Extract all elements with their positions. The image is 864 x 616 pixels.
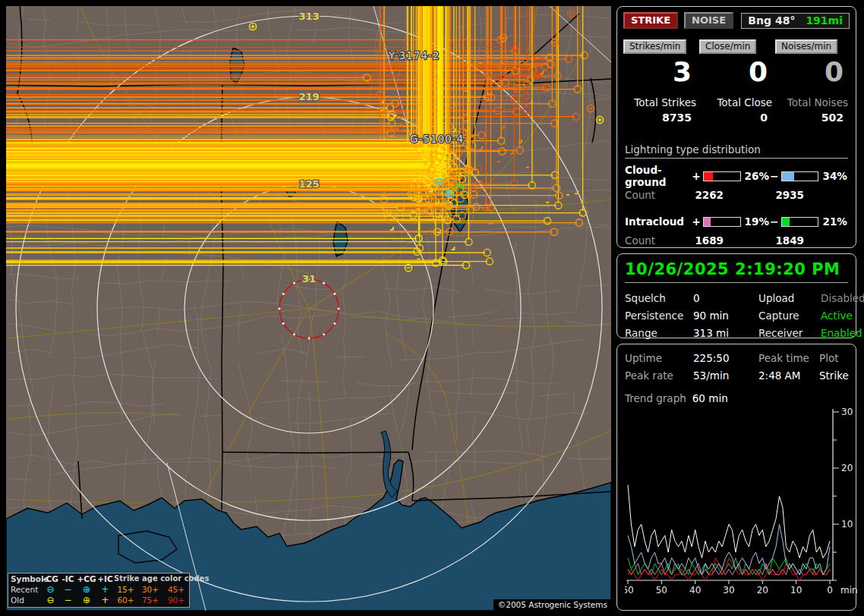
strikes-per-min-chip: Strikes/min (623, 39, 686, 54)
age-code-30: 30+ (137, 584, 163, 595)
total-close-value: 0 (699, 112, 775, 124)
ic-minus-sign: − (770, 215, 779, 228)
ic-minus-count: 1849 (724, 234, 804, 247)
squelch-value: 0 (693, 292, 758, 304)
capture-status: Active (821, 310, 864, 322)
cg-count-label: Count (625, 189, 670, 201)
lightning-type-distribution: Lightning type distribution Cloud-ground… (617, 124, 856, 247)
peak-rate-value: 53/min (693, 369, 758, 382)
legend-col-ic-minus: -IC (59, 574, 77, 584)
peak-rate-label: Peak rate (625, 369, 693, 382)
total-noises-label: Total Noises (775, 96, 851, 108)
strikes-per-min-column: Strikes/min 3 Total Strikes 8735 (623, 38, 699, 124)
receiver-label: Receiver (758, 327, 821, 339)
old-cg-plus-icon: ⊕ (77, 596, 96, 605)
old-cg-minus-icon: ⊖ (42, 596, 59, 605)
distribution-title: Lightning type distribution (625, 143, 848, 159)
total-strikes-label: Total Strikes (623, 96, 699, 108)
strike-button[interactable]: STRIKE (623, 12, 678, 29)
age-code-60: 60+ (114, 595, 137, 605)
total-strikes-value: 8735 (623, 112, 699, 124)
peak-time-label: Peak time (758, 352, 819, 364)
svg-text:min: min (840, 585, 857, 596)
trend-graph-label: Trend graph (625, 392, 686, 404)
cg-minus-sign: − (770, 170, 779, 182)
squelch-label: Squelch (625, 292, 693, 304)
ring-label-219: 219 (298, 91, 319, 102)
ring-label-313: 313 (298, 11, 319, 22)
capture-label: Capture (758, 310, 821, 322)
close-per-min-chip: Close/min (699, 39, 756, 54)
legend-col-cg-minus: -CG (42, 574, 59, 584)
strike-symbol-legend: Symbols -CG -IC +CG +IC Strike age color… (8, 573, 190, 608)
cg-minus-percent: 34% (821, 170, 848, 182)
svg-text:10: 10 (841, 519, 853, 530)
trend-graph-chart: 1020306050403020100min (625, 407, 857, 599)
upload-status: Disabled (821, 292, 864, 304)
datetime-display: 10/26/2025 2:19:20 PM (625, 260, 848, 283)
storm-label-g5100: G-5100-4 (410, 133, 464, 145)
close-per-min-value: 0 (699, 57, 775, 87)
uptime-value: 225:50 (693, 352, 758, 364)
cloud-ground-label: Cloud-ground (625, 164, 692, 188)
age-code-75: 75+ (137, 595, 163, 605)
strikes-per-min-value: 3 (623, 57, 699, 87)
ic-minus-percent: 21% (821, 215, 848, 228)
ring-label-125: 125 (298, 178, 319, 190)
age-code-90: 90+ (163, 595, 189, 605)
uptime-label: Uptime (625, 352, 693, 364)
cg-minus-bar (781, 171, 819, 181)
statistics-box: STRIKE NOISE Bng 48° 191mi Strikes/min 3… (616, 6, 856, 248)
intracloud-label: Intracloud (625, 215, 692, 228)
ring-label-31: 31 (302, 273, 316, 284)
trend-box: Uptime 225:50 Peak time Plot Peak rate 5… (616, 344, 856, 611)
bearing-distance: 191mi (806, 14, 843, 27)
svg-text:0: 0 (827, 585, 833, 596)
plot-label: Plot (819, 352, 849, 364)
total-close-label: Total Close (699, 96, 775, 108)
legend-row-recent-label: Recent (8, 584, 42, 595)
close-per-min-column: Close/min 0 Total Close 0 (699, 38, 775, 124)
svg-text:20: 20 (841, 463, 853, 473)
cg-plus-bar (703, 171, 741, 181)
upload-label: Upload (758, 292, 821, 304)
datetime-settings-box: 10/26/2025 2:19:20 PM Squelch 0 Upload D… (616, 253, 856, 338)
ic-plus-percent: 19% (743, 215, 771, 228)
ic-plus-bar (703, 217, 741, 227)
legend-row-old-label: Old (8, 595, 42, 605)
svg-text:20: 20 (757, 585, 768, 596)
map-svg: 313 219 125 31 Y-3174-2 G-5100-4 (6, 6, 611, 611)
age-code-45: 45+ (163, 584, 189, 595)
ic-count-label: Count (625, 234, 670, 247)
storm-label-y3174: Y-3174-2 (388, 49, 440, 61)
persistence-label: Persistence (625, 310, 693, 322)
total-noises-value: 502 (775, 112, 851, 124)
map-canvas[interactable]: 313 219 125 31 Y-3174-2 G-5100-4 Symbols… (6, 6, 611, 611)
recent-ic-minus-icon: − (59, 585, 77, 594)
peak-time-value: 2:48 AM (758, 369, 819, 382)
cg-plus-percent: 26% (743, 170, 771, 182)
ic-plus-count: 1689 (670, 234, 724, 247)
range-value: 313 mi (693, 327, 758, 339)
recent-cg-plus-icon: ⊕ (77, 585, 96, 594)
cg-plus-sign: + (692, 170, 701, 182)
recent-cg-minus-icon: ⊖ (42, 585, 59, 594)
noise-button[interactable]: NOISE (684, 12, 733, 29)
ic-minus-bar (781, 217, 819, 227)
old-ic-plus-icon: + (96, 596, 114, 605)
age-code-15: 15+ (114, 584, 137, 595)
svg-text:30: 30 (723, 585, 734, 596)
legend-col-cg-plus: +CG (77, 574, 96, 584)
noises-per-min-column: Noises/min 0 Total Noises 502 (775, 38, 851, 124)
noises-per-min-chip: Noises/min (775, 39, 837, 54)
legend-col-ic-plus: +IC (96, 574, 114, 584)
bearing-value: Bng 48° (748, 14, 795, 27)
noises-per-min-value: 0 (775, 57, 851, 87)
trend-window-value: 60 min (692, 392, 728, 404)
legend-symbols-title: Symbols (8, 574, 42, 584)
ic-plus-sign: + (692, 215, 701, 228)
persistence-value: 90 min (693, 310, 758, 322)
range-label: Range (625, 327, 693, 339)
old-ic-minus-icon: − (59, 596, 77, 605)
bearing-display: Bng 48° 191mi (741, 13, 850, 29)
